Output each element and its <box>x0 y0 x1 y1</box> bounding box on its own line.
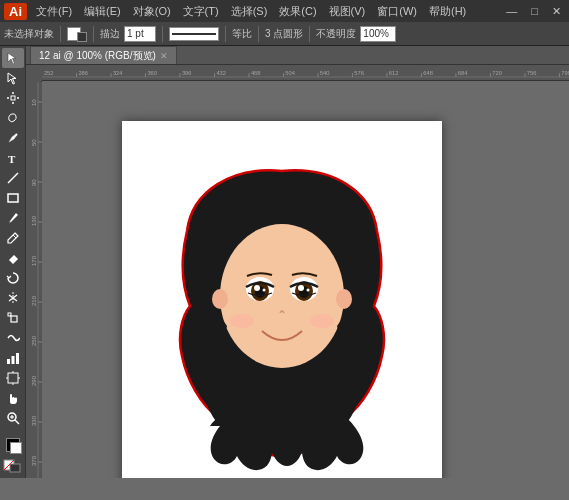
svg-text:250: 250 <box>31 335 37 346</box>
status-label: 未选择对象 <box>4 27 54 41</box>
svg-line-12 <box>10 315 11 316</box>
menu-help[interactable]: 帮助(H) <box>424 3 471 20</box>
minimize-button[interactable]: — <box>502 5 521 18</box>
svg-text:252: 252 <box>44 70 54 76</box>
title-bar: Ai 文件(F) 编辑(E) 对象(O) 文字(T) 选择(S) 效果(C) 视… <box>0 0 569 22</box>
toolbar-separator-6 <box>309 26 310 42</box>
svg-text:540: 540 <box>320 70 330 76</box>
opacity-input[interactable] <box>360 26 396 42</box>
type-tool[interactable]: T <box>2 148 24 168</box>
svg-text:324: 324 <box>113 70 123 76</box>
scale-tool[interactable] <box>2 308 24 328</box>
warp-tool[interactable] <box>2 328 24 348</box>
graph-tool[interactable] <box>2 348 24 368</box>
canvas-area: 12 ai @ 100% (RGB/预览) ✕ 252 286 324 360 <box>26 46 569 478</box>
svg-text:756: 756 <box>527 70 537 76</box>
stroke-width-input[interactable] <box>124 26 156 42</box>
tab-label: 12 ai @ 100% (RGB/预览) <box>39 49 156 63</box>
canvas-wrapper[interactable]: ▶ 软件自学网 www.rjzxw.com <box>42 81 569 478</box>
main-area: T <box>0 46 569 478</box>
magic-wand-tool[interactable] <box>2 88 24 108</box>
rotate-tool[interactable] <box>2 268 24 288</box>
svg-point-96 <box>230 314 254 328</box>
svg-text:210: 210 <box>31 295 37 306</box>
svg-text:330: 330 <box>31 415 37 426</box>
svg-rect-16 <box>8 373 18 383</box>
lasso-tool[interactable] <box>2 108 24 128</box>
svg-point-83 <box>220 224 344 368</box>
zoom-tool[interactable] <box>2 408 24 428</box>
svg-line-22 <box>15 420 19 424</box>
svg-text:396: 396 <box>182 70 192 76</box>
svg-point-5 <box>15 134 17 136</box>
svg-rect-10 <box>11 316 17 322</box>
opacity-label: 不透明度 <box>316 27 356 41</box>
svg-text:90: 90 <box>31 179 37 186</box>
menu-bar: 文件(F) 编辑(E) 对象(O) 文字(T) 选择(S) 效果(C) 视图(V… <box>31 3 471 20</box>
document-tab[interactable]: 12 ai @ 100% (RGB/预览) ✕ <box>30 46 177 64</box>
stroke-label: 描边 <box>100 27 120 41</box>
stroke-swatch-small[interactable] <box>77 32 87 42</box>
character-illustration <box>152 141 412 471</box>
color-tools <box>2 434 24 456</box>
svg-point-84 <box>212 289 228 309</box>
stroke-preview <box>169 27 219 41</box>
rectangle-tool[interactable] <box>2 188 24 208</box>
svg-text:286: 286 <box>78 70 88 76</box>
background-color[interactable] <box>10 442 22 454</box>
none-color <box>2 458 24 474</box>
svg-text:432: 432 <box>216 70 226 76</box>
svg-text:720: 720 <box>492 70 502 76</box>
tab-close-button[interactable]: ✕ <box>160 51 168 61</box>
menu-view[interactable]: 视图(V) <box>324 3 371 20</box>
menu-window[interactable]: 窗口(W) <box>372 3 422 20</box>
direct-select-tool[interactable] <box>2 68 24 88</box>
stroke-line <box>172 33 216 35</box>
svg-rect-8 <box>8 194 18 202</box>
close-button[interactable]: ✕ <box>548 5 565 18</box>
reflect-tool[interactable] <box>2 288 24 308</box>
toolbar-separator-5 <box>258 26 259 42</box>
left-toolbar: T <box>0 46 26 478</box>
svg-text:504: 504 <box>285 70 295 76</box>
left-ruler: 10 50 90 130 170 210 250 290 330 370 <box>26 81 42 478</box>
svg-rect-4 <box>11 96 15 100</box>
pen-tool[interactable] <box>2 128 24 148</box>
menu-file[interactable]: 文件(F) <box>31 3 77 20</box>
eraser-tool[interactable] <box>2 248 24 268</box>
svg-text:50: 50 <box>31 139 37 146</box>
pencil-tool[interactable] <box>2 228 24 248</box>
svg-text:130: 130 <box>31 215 37 226</box>
line-tool[interactable] <box>2 168 24 188</box>
svg-point-90 <box>263 289 266 292</box>
ruler-corner <box>26 65 42 81</box>
brush-tool[interactable] <box>2 208 24 228</box>
fill-color-group <box>67 26 87 42</box>
menu-edit[interactable]: 编辑(E) <box>79 3 126 20</box>
hand-tool[interactable] <box>2 388 24 408</box>
menu-select[interactable]: 选择(S) <box>226 3 273 20</box>
menu-effect[interactable]: 效果(C) <box>274 3 321 20</box>
maximize-button[interactable]: □ <box>527 5 542 18</box>
menu-object[interactable]: 对象(O) <box>128 3 176 20</box>
main-toolbar: 未选择对象 描边 等比 3 点圆形 不透明度 <box>0 22 569 46</box>
svg-point-94 <box>298 285 304 291</box>
menu-text[interactable]: 文字(T) <box>178 3 224 20</box>
artboard-tool[interactable] <box>2 368 24 388</box>
title-bar-left: Ai 文件(F) 编辑(E) 对象(O) 文字(T) 选择(S) 效果(C) 视… <box>4 3 471 20</box>
tab-bar: 12 ai @ 100% (RGB/预览) ✕ <box>26 46 569 65</box>
svg-point-89 <box>254 285 260 291</box>
toolbar-separator-3 <box>162 26 163 42</box>
svg-text:360: 360 <box>147 70 157 76</box>
app-logo: Ai <box>4 3 27 20</box>
select-tool[interactable] <box>2 48 24 68</box>
svg-rect-27 <box>10 464 20 472</box>
svg-rect-14 <box>11 356 14 364</box>
svg-point-95 <box>307 289 310 292</box>
svg-text:468: 468 <box>251 70 261 76</box>
svg-text:684: 684 <box>458 70 468 76</box>
top-ruler-row: 252 286 324 360 396 432 468 504 <box>26 65 569 81</box>
svg-line-7 <box>8 173 18 183</box>
ruler-canvas-row: 10 50 90 130 170 210 250 290 330 370 <box>26 81 569 478</box>
toolbar-separator-4 <box>225 26 226 42</box>
